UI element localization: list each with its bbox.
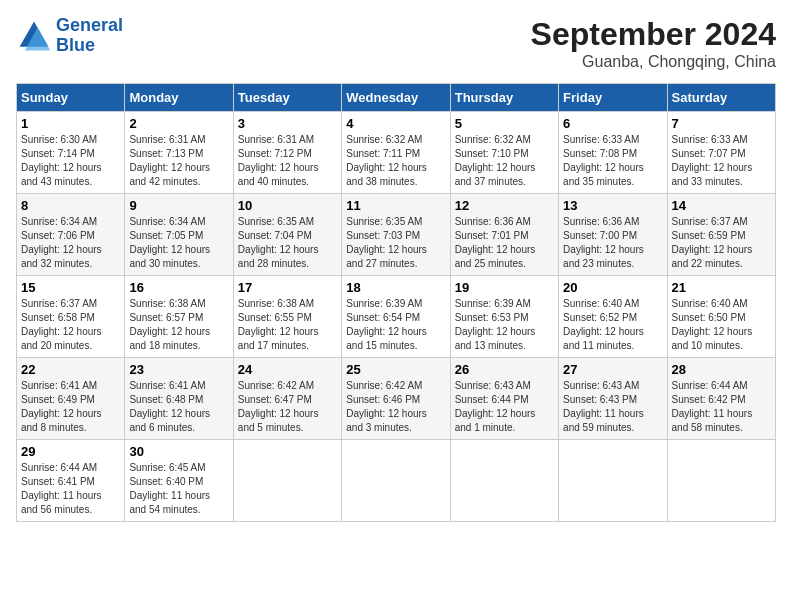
logo: General Blue xyxy=(16,16,123,56)
calendar-cell: 14 Sunrise: 6:37 AM Sunset: 6:59 PM Dayl… xyxy=(667,194,775,276)
day-number: 2 xyxy=(129,116,228,131)
day-number: 1 xyxy=(21,116,120,131)
calendar-week-row: 8 Sunrise: 6:34 AM Sunset: 7:06 PM Dayli… xyxy=(17,194,776,276)
calendar-cell xyxy=(342,440,450,522)
day-number: 23 xyxy=(129,362,228,377)
day-info: Sunrise: 6:37 AM Sunset: 6:59 PM Dayligh… xyxy=(672,215,771,271)
weekday-header: Sunday xyxy=(17,84,125,112)
day-info: Sunrise: 6:38 AM Sunset: 6:57 PM Dayligh… xyxy=(129,297,228,353)
calendar-cell: 6 Sunrise: 6:33 AM Sunset: 7:08 PM Dayli… xyxy=(559,112,667,194)
location-subtitle: Guanba, Chongqing, China xyxy=(531,53,776,71)
day-number: 5 xyxy=(455,116,554,131)
day-info: Sunrise: 6:31 AM Sunset: 7:12 PM Dayligh… xyxy=(238,133,337,189)
day-number: 28 xyxy=(672,362,771,377)
day-number: 7 xyxy=(672,116,771,131)
day-info: Sunrise: 6:38 AM Sunset: 6:55 PM Dayligh… xyxy=(238,297,337,353)
day-info: Sunrise: 6:31 AM Sunset: 7:13 PM Dayligh… xyxy=(129,133,228,189)
calendar-cell: 28 Sunrise: 6:44 AM Sunset: 6:42 PM Dayl… xyxy=(667,358,775,440)
calendar-cell: 24 Sunrise: 6:42 AM Sunset: 6:47 PM Dayl… xyxy=(233,358,341,440)
calendar-cell xyxy=(667,440,775,522)
day-info: Sunrise: 6:42 AM Sunset: 6:46 PM Dayligh… xyxy=(346,379,445,435)
calendar-cell: 26 Sunrise: 6:43 AM Sunset: 6:44 PM Dayl… xyxy=(450,358,558,440)
calendar-cell: 2 Sunrise: 6:31 AM Sunset: 7:13 PM Dayli… xyxy=(125,112,233,194)
calendar-cell: 16 Sunrise: 6:38 AM Sunset: 6:57 PM Dayl… xyxy=(125,276,233,358)
day-number: 22 xyxy=(21,362,120,377)
day-info: Sunrise: 6:39 AM Sunset: 6:53 PM Dayligh… xyxy=(455,297,554,353)
day-info: Sunrise: 6:32 AM Sunset: 7:10 PM Dayligh… xyxy=(455,133,554,189)
day-info: Sunrise: 6:43 AM Sunset: 6:44 PM Dayligh… xyxy=(455,379,554,435)
day-info: Sunrise: 6:39 AM Sunset: 6:54 PM Dayligh… xyxy=(346,297,445,353)
day-number: 10 xyxy=(238,198,337,213)
page-header: General Blue September 2024 Guanba, Chon… xyxy=(16,16,776,71)
weekday-header: Friday xyxy=(559,84,667,112)
day-info: Sunrise: 6:40 AM Sunset: 6:50 PM Dayligh… xyxy=(672,297,771,353)
month-title: September 2024 xyxy=(531,16,776,53)
day-number: 21 xyxy=(672,280,771,295)
calendar-cell xyxy=(559,440,667,522)
calendar-header-row: SundayMondayTuesdayWednesdayThursdayFrid… xyxy=(17,84,776,112)
title-block: September 2024 Guanba, Chongqing, China xyxy=(531,16,776,71)
day-info: Sunrise: 6:43 AM Sunset: 6:43 PM Dayligh… xyxy=(563,379,662,435)
day-info: Sunrise: 6:44 AM Sunset: 6:41 PM Dayligh… xyxy=(21,461,120,517)
calendar-cell: 7 Sunrise: 6:33 AM Sunset: 7:07 PM Dayli… xyxy=(667,112,775,194)
calendar-cell: 3 Sunrise: 6:31 AM Sunset: 7:12 PM Dayli… xyxy=(233,112,341,194)
day-info: Sunrise: 6:33 AM Sunset: 7:08 PM Dayligh… xyxy=(563,133,662,189)
day-info: Sunrise: 6:41 AM Sunset: 6:49 PM Dayligh… xyxy=(21,379,120,435)
calendar-week-row: 29 Sunrise: 6:44 AM Sunset: 6:41 PM Dayl… xyxy=(17,440,776,522)
calendar-cell xyxy=(450,440,558,522)
calendar-cell: 4 Sunrise: 6:32 AM Sunset: 7:11 PM Dayli… xyxy=(342,112,450,194)
weekday-header: Thursday xyxy=(450,84,558,112)
calendar-cell: 22 Sunrise: 6:41 AM Sunset: 6:49 PM Dayl… xyxy=(17,358,125,440)
calendar-cell: 17 Sunrise: 6:38 AM Sunset: 6:55 PM Dayl… xyxy=(233,276,341,358)
day-number: 30 xyxy=(129,444,228,459)
calendar-cell: 30 Sunrise: 6:45 AM Sunset: 6:40 PM Dayl… xyxy=(125,440,233,522)
calendar-cell: 10 Sunrise: 6:35 AM Sunset: 7:04 PM Dayl… xyxy=(233,194,341,276)
day-number: 13 xyxy=(563,198,662,213)
day-number: 27 xyxy=(563,362,662,377)
calendar-week-row: 1 Sunrise: 6:30 AM Sunset: 7:14 PM Dayli… xyxy=(17,112,776,194)
day-info: Sunrise: 6:36 AM Sunset: 7:01 PM Dayligh… xyxy=(455,215,554,271)
day-number: 26 xyxy=(455,362,554,377)
calendar-cell: 29 Sunrise: 6:44 AM Sunset: 6:41 PM Dayl… xyxy=(17,440,125,522)
calendar-cell: 19 Sunrise: 6:39 AM Sunset: 6:53 PM Dayl… xyxy=(450,276,558,358)
calendar-cell: 8 Sunrise: 6:34 AM Sunset: 7:06 PM Dayli… xyxy=(17,194,125,276)
weekday-header: Saturday xyxy=(667,84,775,112)
day-info: Sunrise: 6:30 AM Sunset: 7:14 PM Dayligh… xyxy=(21,133,120,189)
day-number: 25 xyxy=(346,362,445,377)
day-number: 4 xyxy=(346,116,445,131)
calendar-cell xyxy=(233,440,341,522)
day-number: 6 xyxy=(563,116,662,131)
day-info: Sunrise: 6:42 AM Sunset: 6:47 PM Dayligh… xyxy=(238,379,337,435)
weekday-header: Tuesday xyxy=(233,84,341,112)
calendar-week-row: 22 Sunrise: 6:41 AM Sunset: 6:49 PM Dayl… xyxy=(17,358,776,440)
day-number: 24 xyxy=(238,362,337,377)
weekday-header: Monday xyxy=(125,84,233,112)
day-info: Sunrise: 6:33 AM Sunset: 7:07 PM Dayligh… xyxy=(672,133,771,189)
calendar-cell: 23 Sunrise: 6:41 AM Sunset: 6:48 PM Dayl… xyxy=(125,358,233,440)
calendar-cell: 9 Sunrise: 6:34 AM Sunset: 7:05 PM Dayli… xyxy=(125,194,233,276)
calendar-cell: 12 Sunrise: 6:36 AM Sunset: 7:01 PM Dayl… xyxy=(450,194,558,276)
day-number: 14 xyxy=(672,198,771,213)
day-info: Sunrise: 6:37 AM Sunset: 6:58 PM Dayligh… xyxy=(21,297,120,353)
day-number: 11 xyxy=(346,198,445,213)
day-number: 18 xyxy=(346,280,445,295)
day-number: 19 xyxy=(455,280,554,295)
day-info: Sunrise: 6:45 AM Sunset: 6:40 PM Dayligh… xyxy=(129,461,228,517)
calendar-cell: 21 Sunrise: 6:40 AM Sunset: 6:50 PM Dayl… xyxy=(667,276,775,358)
calendar-table: SundayMondayTuesdayWednesdayThursdayFrid… xyxy=(16,83,776,522)
day-number: 16 xyxy=(129,280,228,295)
calendar-cell: 27 Sunrise: 6:43 AM Sunset: 6:43 PM Dayl… xyxy=(559,358,667,440)
calendar-cell: 25 Sunrise: 6:42 AM Sunset: 6:46 PM Dayl… xyxy=(342,358,450,440)
day-number: 17 xyxy=(238,280,337,295)
day-info: Sunrise: 6:40 AM Sunset: 6:52 PM Dayligh… xyxy=(563,297,662,353)
day-number: 15 xyxy=(21,280,120,295)
calendar-week-row: 15 Sunrise: 6:37 AM Sunset: 6:58 PM Dayl… xyxy=(17,276,776,358)
calendar-cell: 1 Sunrise: 6:30 AM Sunset: 7:14 PM Dayli… xyxy=(17,112,125,194)
day-number: 29 xyxy=(21,444,120,459)
calendar-cell: 5 Sunrise: 6:32 AM Sunset: 7:10 PM Dayli… xyxy=(450,112,558,194)
day-info: Sunrise: 6:34 AM Sunset: 7:06 PM Dayligh… xyxy=(21,215,120,271)
calendar-cell: 13 Sunrise: 6:36 AM Sunset: 7:00 PM Dayl… xyxy=(559,194,667,276)
day-info: Sunrise: 6:35 AM Sunset: 7:04 PM Dayligh… xyxy=(238,215,337,271)
logo-icon xyxy=(16,18,52,54)
day-info: Sunrise: 6:35 AM Sunset: 7:03 PM Dayligh… xyxy=(346,215,445,271)
